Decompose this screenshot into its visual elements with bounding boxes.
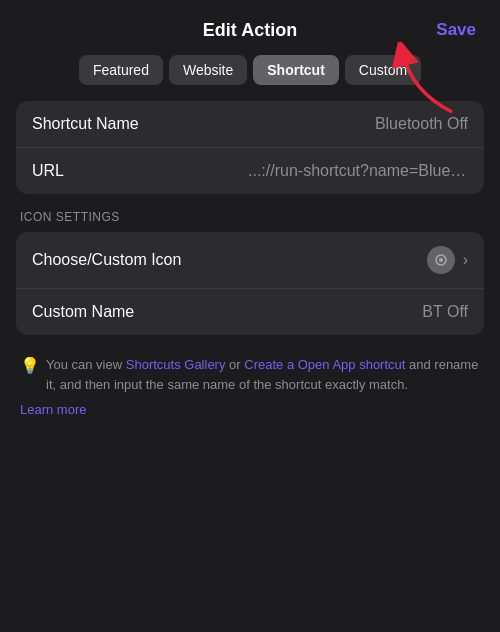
- info-section: 💡 You can view Shortcuts Gallery or Crea…: [16, 351, 484, 417]
- svg-point-1: [439, 258, 443, 262]
- create-open-app-link[interactable]: Create a Open App shortcut: [244, 357, 405, 372]
- page-title: Edit Action: [203, 20, 297, 41]
- tabs-bar: Featured Website Shortcut Custom: [0, 55, 500, 101]
- tab-custom[interactable]: Custom: [345, 55, 421, 85]
- tab-featured[interactable]: Featured: [79, 55, 163, 85]
- custom-name-value: BT Off: [422, 303, 468, 321]
- current-icon-circle: [427, 246, 455, 274]
- custom-name-label: Custom Name: [32, 303, 134, 321]
- icon-settings-header: ICON SETTINGS: [0, 210, 500, 232]
- shortcut-icon: [434, 253, 448, 267]
- tab-website[interactable]: Website: [169, 55, 247, 85]
- bulb-icon: 💡: [20, 356, 40, 375]
- choose-icon-row[interactable]: Choose/Custom Icon ›: [16, 232, 484, 289]
- url-label: URL: [32, 162, 64, 180]
- shortcut-name-label: Shortcut Name: [32, 115, 139, 133]
- shortcuts-gallery-link[interactable]: Shortcuts Gallery: [126, 357, 226, 372]
- custom-name-row: Custom Name BT Off: [16, 289, 484, 335]
- icon-settings-card: Choose/Custom Icon › Custom Name BT Off: [16, 232, 484, 335]
- save-button[interactable]: Save: [432, 18, 480, 42]
- info-text: You can view Shortcuts Gallery or Create…: [46, 355, 480, 394]
- shortcut-card: Shortcut Name Bluetooth Off URL ...://ru…: [16, 101, 484, 194]
- choose-icon-label: Choose/Custom Icon: [32, 251, 181, 269]
- chevron-right-icon: ›: [463, 251, 468, 269]
- info-row: 💡 You can view Shortcuts Gallery or Crea…: [20, 355, 480, 394]
- shortcut-name-row: Shortcut Name Bluetooth Off: [16, 101, 484, 148]
- url-row: URL ...://run-shortcut?name=Bluetooth%20…: [16, 148, 484, 194]
- tab-shortcut[interactable]: Shortcut: [253, 55, 339, 85]
- learn-more-link[interactable]: Learn more: [20, 402, 480, 417]
- info-text-middle: or: [225, 357, 244, 372]
- shortcut-name-value: Bluetooth Off: [375, 115, 468, 133]
- header: Edit Action Save: [0, 0, 500, 55]
- url-value: ...://run-shortcut?name=Bluetooth%20Off: [248, 162, 468, 180]
- info-text-before: You can view: [46, 357, 126, 372]
- icon-picker-controls: ›: [427, 246, 468, 274]
